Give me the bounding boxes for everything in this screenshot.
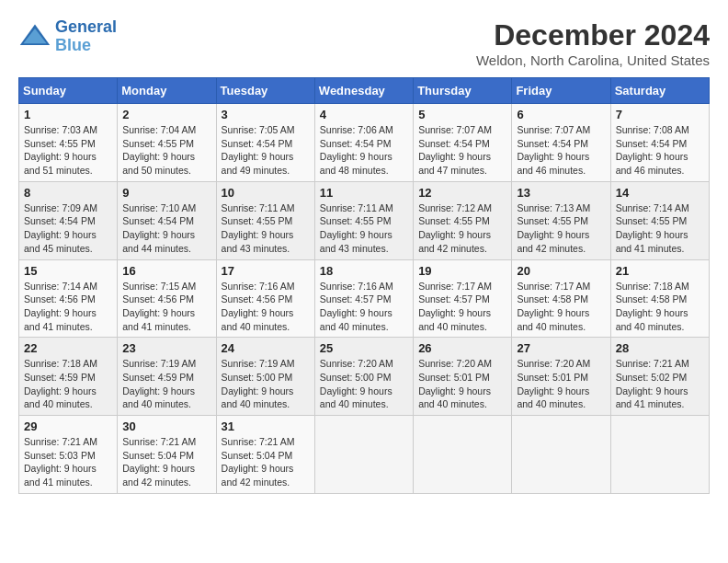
calendar-cell: 28Sunrise: 7:21 AMSunset: 5:02 PMDayligh… (610, 338, 709, 416)
day-info: Sunrise: 7:11 AMSunset: 4:55 PMDaylight:… (222, 201, 310, 256)
logo-icon (18, 20, 51, 53)
calendar-cell: 20Sunrise: 7:17 AMSunset: 4:58 PMDayligh… (512, 259, 610, 338)
day-info: Sunrise: 7:16 AMSunset: 4:57 PMDaylight:… (320, 280, 408, 334)
calendar-cell: 22Sunrise: 7:18 AMSunset: 4:59 PMDayligh… (19, 338, 118, 416)
day-number: 28 (616, 341, 704, 355)
calendar-cell: 9Sunrise: 7:10 AMSunset: 4:54 PMDaylight… (118, 181, 216, 259)
day-info: Sunrise: 7:20 AMSunset: 5:01 PMDaylight:… (517, 357, 605, 411)
day-number: 27 (517, 341, 605, 355)
calendar-cell: 24Sunrise: 7:19 AMSunset: 5:00 PMDayligh… (216, 338, 314, 416)
col-header-saturday: Saturday (610, 78, 709, 104)
day-number: 7 (616, 108, 704, 121)
day-info: Sunrise: 7:16 AMSunset: 4:56 PMDaylight:… (222, 280, 310, 334)
calendar-cell: 10Sunrise: 7:11 AMSunset: 4:55 PMDayligh… (216, 181, 314, 259)
day-info: Sunrise: 7:19 AMSunset: 5:00 PMDaylight:… (222, 357, 310, 411)
day-info: Sunrise: 7:17 AMSunset: 4:58 PMDaylight:… (517, 280, 605, 334)
day-number: 20 (517, 264, 605, 278)
calendar-cell: 25Sunrise: 7:20 AMSunset: 5:00 PMDayligh… (314, 338, 413, 416)
day-number: 8 (24, 186, 112, 200)
calendar-cell: 13Sunrise: 7:13 AMSunset: 4:55 PMDayligh… (512, 181, 610, 259)
day-number: 16 (122, 264, 210, 278)
day-number: 19 (418, 264, 506, 278)
calendar-week-2: 8Sunrise: 7:09 AMSunset: 4:54 PMDaylight… (19, 181, 710, 259)
day-info: Sunrise: 7:19 AMSunset: 4:59 PMDaylight:… (122, 357, 210, 411)
calendar-cell: 1Sunrise: 7:03 AMSunset: 4:55 PMDaylight… (19, 104, 118, 182)
col-header-sunday: Sunday (19, 78, 118, 104)
day-info: Sunrise: 7:11 AMSunset: 4:55 PMDaylight:… (320, 201, 408, 256)
day-info: Sunrise: 7:03 AMSunset: 4:55 PMDaylight:… (24, 123, 112, 178)
col-header-tuesday: Tuesday (216, 78, 314, 104)
day-number: 24 (222, 341, 310, 355)
day-info: Sunrise: 7:08 AMSunset: 4:54 PMDaylight:… (616, 123, 704, 178)
calendar-cell: 29Sunrise: 7:21 AMSunset: 5:03 PMDayligh… (19, 416, 118, 494)
col-header-friday: Friday (512, 78, 610, 104)
calendar-cell: 4Sunrise: 7:06 AMSunset: 4:54 PMDaylight… (314, 104, 413, 182)
calendar-cell: 26Sunrise: 7:20 AMSunset: 5:01 PMDayligh… (414, 338, 512, 416)
day-number: 1 (24, 108, 112, 121)
day-number: 6 (517, 108, 605, 121)
day-info: Sunrise: 7:14 AMSunset: 4:56 PMDaylight:… (24, 280, 112, 334)
calendar-week-4: 22Sunrise: 7:18 AMSunset: 4:59 PMDayligh… (19, 338, 710, 416)
day-number: 12 (418, 186, 506, 200)
calendar-header: SundayMondayTuesdayWednesdayThursdayFrid… (19, 78, 710, 104)
calendar-week-3: 15Sunrise: 7:14 AMSunset: 4:56 PMDayligh… (19, 259, 710, 338)
day-info: Sunrise: 7:15 AMSunset: 4:56 PMDaylight:… (122, 280, 210, 334)
calendar-cell (314, 416, 413, 494)
day-info: Sunrise: 7:17 AMSunset: 4:57 PMDaylight:… (418, 280, 506, 334)
day-info: Sunrise: 7:14 AMSunset: 4:55 PMDaylight:… (616, 201, 704, 256)
logo-text: General Blue (55, 18, 117, 55)
day-number: 2 (122, 108, 210, 121)
day-number: 26 (418, 341, 506, 355)
day-number: 25 (320, 341, 408, 355)
day-info: Sunrise: 7:12 AMSunset: 4:55 PMDaylight:… (418, 201, 506, 256)
calendar-cell (414, 416, 512, 494)
calendar-cell: 6Sunrise: 7:07 AMSunset: 4:54 PMDaylight… (512, 104, 610, 182)
calendar-cell: 23Sunrise: 7:19 AMSunset: 4:59 PMDayligh… (118, 338, 216, 416)
day-info: Sunrise: 7:07 AMSunset: 4:54 PMDaylight:… (418, 123, 506, 178)
day-number: 17 (222, 264, 310, 278)
day-number: 9 (122, 186, 210, 200)
calendar-cell: 30Sunrise: 7:21 AMSunset: 5:04 PMDayligh… (118, 416, 216, 494)
calendar-cell: 14Sunrise: 7:14 AMSunset: 4:55 PMDayligh… (610, 181, 709, 259)
day-info: Sunrise: 7:21 AMSunset: 5:04 PMDaylight:… (122, 435, 210, 489)
day-number: 13 (517, 186, 605, 200)
month-title: December 2024 (476, 18, 710, 52)
day-info: Sunrise: 7:21 AMSunset: 5:02 PMDaylight:… (616, 357, 704, 411)
calendar-cell: 3Sunrise: 7:05 AMSunset: 4:54 PMDaylight… (216, 104, 314, 182)
day-info: Sunrise: 7:04 AMSunset: 4:55 PMDaylight:… (122, 123, 210, 178)
day-info: Sunrise: 7:21 AMSunset: 5:03 PMDaylight:… (24, 435, 112, 489)
day-info: Sunrise: 7:20 AMSunset: 5:00 PMDaylight:… (320, 357, 408, 411)
day-info: Sunrise: 7:09 AMSunset: 4:54 PMDaylight:… (24, 201, 112, 256)
day-number: 29 (24, 419, 112, 433)
calendar-cell (610, 416, 709, 494)
title-block: December 2024 Weldon, North Carolina, Un… (476, 18, 710, 68)
day-info: Sunrise: 7:18 AMSunset: 4:58 PMDaylight:… (616, 280, 704, 334)
calendar-cell: 8Sunrise: 7:09 AMSunset: 4:54 PMDaylight… (19, 181, 118, 259)
calendar-week-5: 29Sunrise: 7:21 AMSunset: 5:03 PMDayligh… (19, 416, 710, 494)
day-number: 22 (24, 341, 112, 355)
day-info: Sunrise: 7:13 AMSunset: 4:55 PMDaylight:… (517, 201, 605, 256)
calendar-cell: 2Sunrise: 7:04 AMSunset: 4:55 PMDaylight… (118, 104, 216, 182)
day-number: 10 (222, 186, 310, 200)
day-number: 3 (222, 108, 310, 121)
day-info: Sunrise: 7:07 AMSunset: 4:54 PMDaylight:… (517, 123, 605, 178)
calendar-cell: 5Sunrise: 7:07 AMSunset: 4:54 PMDaylight… (414, 104, 512, 182)
day-info: Sunrise: 7:18 AMSunset: 4:59 PMDaylight:… (24, 357, 112, 411)
day-number: 23 (122, 341, 210, 355)
day-number: 30 (122, 419, 210, 433)
calendar-cell: 18Sunrise: 7:16 AMSunset: 4:57 PMDayligh… (314, 259, 413, 338)
calendar-cell (512, 416, 610, 494)
day-info: Sunrise: 7:06 AMSunset: 4:54 PMDaylight:… (320, 123, 408, 178)
day-info: Sunrise: 7:21 AMSunset: 5:04 PMDaylight:… (222, 435, 310, 489)
logo: General Blue (18, 18, 117, 55)
col-header-wednesday: Wednesday (314, 78, 413, 104)
day-number: 15 (24, 264, 112, 278)
calendar-cell: 17Sunrise: 7:16 AMSunset: 4:56 PMDayligh… (216, 259, 314, 338)
calendar-cell: 16Sunrise: 7:15 AMSunset: 4:56 PMDayligh… (118, 259, 216, 338)
day-number: 11 (320, 186, 408, 200)
calendar-cell: 7Sunrise: 7:08 AMSunset: 4:54 PMDaylight… (610, 104, 709, 182)
col-header-monday: Monday (118, 78, 216, 104)
calendar-cell: 31Sunrise: 7:21 AMSunset: 5:04 PMDayligh… (216, 416, 314, 494)
day-number: 5 (418, 108, 506, 121)
calendar-cell: 11Sunrise: 7:11 AMSunset: 4:55 PMDayligh… (314, 181, 413, 259)
